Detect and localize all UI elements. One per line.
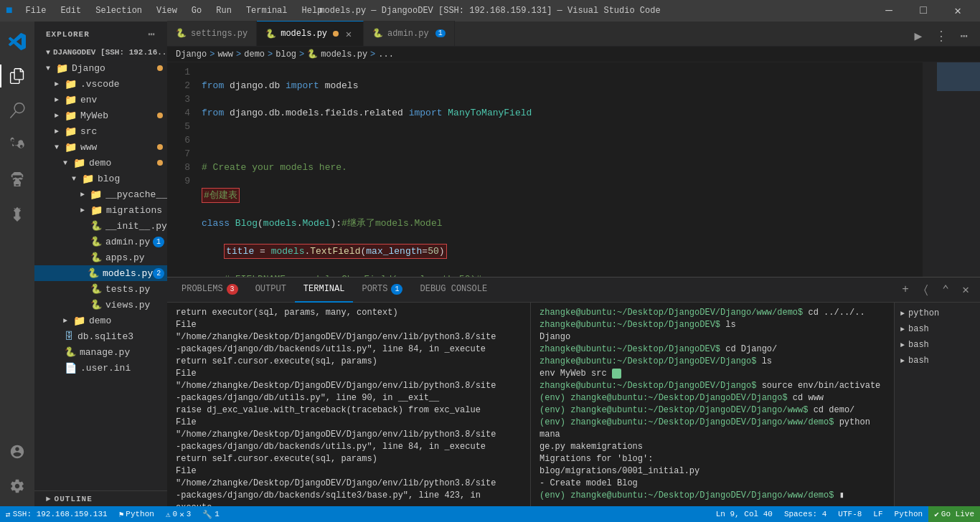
status-spaces[interactable]: Spaces: 4 [778, 506, 832, 522]
more-button[interactable]: ⋯ [954, 26, 974, 46]
terminal-left[interactable]: return executor(sql, params, many, conte… [167, 303, 531, 506]
menu-selection[interactable]: Selection [90, 4, 148, 17]
breadcrumb-blog[interactable]: blog [275, 49, 296, 60]
terminal-right[interactable]: zhangke@ubuntu:~/Desktop/DjangoDEV/Djang… [531, 303, 894, 506]
terminal-line: return executor(sql, params, many, conte… [176, 307, 522, 319]
status-golive[interactable]: ✔ Go Live [928, 506, 980, 522]
shell-bash-3[interactable]: ► bash [895, 353, 980, 369]
tab-output[interactable]: OUTPUT [247, 277, 295, 303]
maximize-panel-button[interactable]: ⌃ [937, 281, 954, 298]
tree-item-demo2[interactable]: ► 📁 demo [34, 313, 167, 328]
status-language[interactable]: Python [889, 506, 929, 522]
code-editor[interactable]: 1 2 3 4 5 6 7 8 9 from django.db import … [167, 62, 923, 277]
status-sync[interactable]: 🔧 1 [197, 506, 225, 522]
tab-settings[interactable]: 🐍 settings.py [167, 21, 257, 46]
maximize-button[interactable]: □ [907, 0, 940, 22]
activity-icon-settings[interactable] [0, 469, 34, 503]
tree-item-pycache[interactable]: ► 📁 __pycache__ [34, 186, 167, 202]
menu-run[interactable]: Run [210, 4, 237, 17]
highlight-title: title = models.TextField(max_length=50) [224, 244, 446, 259]
tree-item-models[interactable]: ► 🐍 models.py 2 [34, 265, 167, 281]
tab-admin[interactable]: 🐍 admin.py 1 [364, 21, 455, 46]
tree-item-db[interactable]: ► 🗄 db.sqlite3 [34, 328, 167, 344]
close-panel-button[interactable]: ✕ [957, 281, 974, 298]
folder-icon: 📁 [73, 157, 85, 169]
tree-item-vscode[interactable]: ► 📁 .vscode [34, 76, 167, 92]
menu-go[interactable]: Go [186, 4, 207, 17]
tree-item-userini[interactable]: ► 📄 .user.ini [34, 360, 167, 376]
shell-label: bash [908, 340, 929, 350]
activity-icon-debug[interactable] [0, 162, 34, 196]
activity-icon-search[interactable] [0, 93, 34, 128]
status-position[interactable]: Ln 9, Col 40 [710, 506, 778, 522]
breadcrumb-models[interactable]: models.py [321, 49, 367, 60]
warning-icon: ⚠ [166, 510, 171, 519]
tab-debug-console[interactable]: DEBUG CONSOLE [411, 277, 496, 303]
activity-icon-scm[interactable] [0, 128, 34, 162]
status-errors[interactable]: ⚠ 0 ✕ 3 [160, 506, 197, 522]
shell-bash-2[interactable]: ► bash [895, 337, 980, 353]
menu-file[interactable]: File [20, 4, 52, 17]
tree-item-apps[interactable]: ► 🐍 apps.py [34, 250, 167, 265]
new-terminal-button[interactable]: + [897, 281, 914, 298]
outline-section[interactable]: ► OUTLINE [34, 490, 167, 506]
activity-icon-explorer[interactable] [0, 59, 34, 93]
breadcrumb: Django > www > demo > blog > 🐍 models.py… [167, 47, 980, 62]
terminal-line: return self.cursor.execute(sql, params) [176, 453, 522, 465]
tree-item-admin[interactable]: ► 🐍 admin.py 1 [34, 234, 167, 250]
tree-item-myweb[interactable]: ► 📁 MyWeb [34, 108, 167, 123]
tree-item-www[interactable]: ▼ 📁 www [34, 139, 167, 155]
shell-bash-1[interactable]: ► bash [895, 321, 980, 337]
tab-admin-label: admin.py [387, 29, 429, 39]
tab-terminal[interactable]: TERMINAL [295, 277, 354, 303]
menu-terminal[interactable]: Terminal [240, 4, 293, 17]
breadcrumb-django[interactable]: Django [176, 49, 207, 60]
tree-item-root[interactable]: ▼ DJANGODEV [SSH: 192.16...] [34, 44, 167, 60]
activity-icon-accounts[interactable] [0, 435, 34, 469]
python-icon: 🐍 [372, 28, 383, 39]
shell-python[interactable]: ► python [895, 305, 980, 321]
tree-item-init[interactable]: ► 🐍 __init__.py [34, 218, 167, 234]
tab-models[interactable]: 🐍 models.py ✕ [257, 21, 364, 46]
breadcrumb-demo[interactable]: demo [244, 49, 265, 60]
tab-models-close[interactable]: ✕ [343, 28, 354, 39]
minimize-button[interactable]: — [872, 0, 905, 22]
split-terminal-button[interactable]: 〈 [917, 281, 934, 298]
tree-item-blog[interactable]: ▼ 📁 blog [34, 171, 167, 186]
tabs-actions: ▶ ⋮ ⋯ [908, 26, 980, 46]
menu-view[interactable]: View [151, 4, 183, 17]
status-remote[interactable]: ⇄ SSH: 192.168.159.131 [0, 506, 113, 522]
tree-item-src[interactable]: ► 📁 src [34, 123, 167, 139]
run-button[interactable]: ▶ [908, 26, 928, 46]
code-line-3 [202, 133, 917, 147]
sync-icon: 🔧 [202, 510, 212, 519]
explorer-menu[interactable]: ⋯ [148, 27, 156, 42]
status-branch[interactable]: ⚑ Python [113, 506, 160, 522]
tree-item-env[interactable]: ► 📁 env [34, 92, 167, 108]
file-tree: ▼ DJANGODEV [SSH: 192.16...] ▼ 📁 Django … [34, 44, 167, 490]
breadcrumb-www[interactable]: www [217, 49, 233, 60]
python-breadcrumb-icon: 🐍 [307, 49, 318, 60]
status-encoding[interactable]: UTF-8 [832, 506, 867, 522]
close-button[interactable]: ✕ [941, 0, 974, 22]
status-eol[interactable]: LF [867, 506, 888, 522]
tab-problems[interactable]: PROBLEMS 3 [173, 277, 247, 303]
tree-item-views[interactable]: ► 🐍 views.py [34, 297, 167, 313]
terminal-label: TERMINAL [303, 284, 345, 294]
code-content[interactable]: from django.db import models from django… [196, 62, 923, 277]
status-sync-label: 1 [215, 510, 220, 518]
tree-item-demo[interactable]: ▼ 📁 demo [34, 155, 167, 171]
tab-ports[interactable]: PORTS 1 [353, 277, 411, 303]
terminal-line: -packages/django/db/backends/sqlite3/bas… [176, 490, 522, 506]
tree-item-migrations[interactable]: ► 📁 migrations [34, 202, 167, 218]
tree-item-django[interactable]: ▼ 📁 Django [34, 60, 167, 76]
tree-item-tests[interactable]: ► 🐍 tests.py [34, 281, 167, 297]
terminal-line: File "/home/zhangke/Desktop/DjangoDEV/Dj… [176, 319, 522, 343]
breadcrumb-dots[interactable]: ... [378, 49, 394, 60]
split-button[interactable]: ⋮ [931, 26, 951, 46]
folder-icon: 📁 [65, 78, 77, 90]
python-file-icon: 🐍 [90, 283, 102, 295]
tree-item-manage[interactable]: ► 🐍 manage.py [34, 344, 167, 360]
activity-icon-extensions[interactable] [0, 196, 34, 231]
menu-edit[interactable]: Edit [55, 4, 87, 17]
